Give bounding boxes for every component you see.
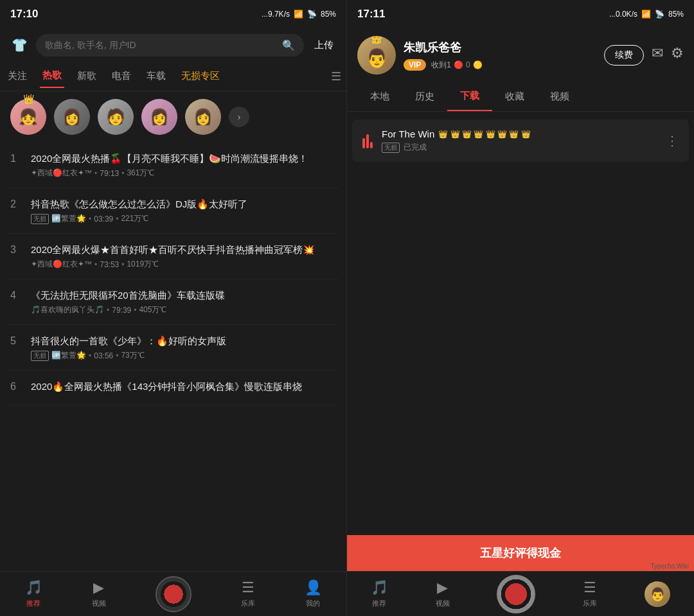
tab-download[interactable]: 下载	[447, 82, 492, 111]
song-artist-3: ✦西域🔴红衣✦™	[31, 259, 92, 270]
avatar-circle-1: 👧	[10, 99, 46, 135]
recommend-icon-right: 🎵	[371, 579, 388, 596]
avatar-item-1[interactable]: 👑 👧	[10, 99, 46, 135]
avatar-row: 👑 👧 👩 🧑 👩 👩 ›	[0, 91, 346, 143]
user-header: 👑 👨 朱凯乐爸爸 VIP 收到1 🔴 0 🟡 续费 ✉ ⚙	[347, 28, 694, 82]
tab-video[interactable]: 视频	[537, 83, 582, 110]
library-icon-right: ☰	[583, 579, 596, 596]
avatar-next-arrow[interactable]: ›	[229, 107, 249, 127]
nav-user-right[interactable]: 👨	[645, 581, 670, 607]
song-item-6[interactable]: 6 2020🔥全网最火热播《143分钟抖音小阿枫合集》慢歌连版串烧	[8, 371, 339, 405]
song-item-3[interactable]: 3 2020全网最火爆★首首好听★百听不厌快手抖音热播神曲冠军榜💥 ✦西域🔴红衣…	[8, 234, 339, 279]
song-item-2[interactable]: 2 抖音热歌《怎么做怎么过怎么活》DJ版🔥太好听了 无损 🆙繁萱🌟 • 03:3…	[8, 188, 339, 234]
song-artist-4: 🎵喜欢嗨的疯丫头🎵	[31, 304, 104, 315]
avatar-item-4[interactable]: 👩	[141, 99, 177, 135]
time-right: 17:11	[357, 8, 385, 21]
signal-icon: 📶	[294, 10, 303, 19]
song-meta-4: 🎵喜欢嗨的疯丫头🎵 • 79:39 • 405万℃	[31, 304, 336, 315]
renew-button[interactable]: 续费	[604, 45, 644, 66]
song-meta-5: 无损 🆙繁萱🌟 • 03:56 • 73万℃	[31, 350, 336, 361]
song-plays-2: 221万℃	[121, 213, 148, 224]
song-title-1: 2020全网最火热播🍒【月亮不睡我不睡】🍉时尚潮流慢摇串烧！	[31, 152, 336, 165]
settings-icon[interactable]: ⚙	[671, 45, 684, 66]
wifi-icon-right: 📡	[655, 10, 664, 19]
tab-lossless[interactable]: 无损专区	[179, 65, 222, 87]
tab-new[interactable]: 新歌	[75, 65, 99, 87]
tab-local[interactable]: 本地	[357, 83, 402, 110]
download-song-name: For The Win	[382, 128, 434, 139]
header-icons-right: 续费 ✉ ⚙	[604, 45, 684, 66]
song-duration-5: 03:56	[94, 351, 113, 360]
user-avatar[interactable]: 👑 👨	[357, 36, 396, 75]
download-item-1[interactable]: For The Win 👑 👑 👑 👑 👑 👑 👑 👑 无损 已完成 ⋮	[352, 119, 689, 162]
tab-history[interactable]: 历史	[402, 83, 447, 110]
song-item-4[interactable]: 4 《无法抗拒无限循环20首洗脑曲》车载连版碟 🎵喜欢嗨的疯丫头🎵 • 79:3…	[8, 279, 339, 325]
download-list: For The Win 👑 👑 👑 👑 👑 👑 👑 👑 无损 已完成 ⋮	[347, 112, 694, 535]
nav-recommend-left[interactable]: 🎵 推荐	[25, 579, 42, 608]
nav-video-right[interactable]: ▶ 视频	[436, 579, 450, 608]
upload-button[interactable]: 上传	[309, 37, 339, 54]
song-item-5[interactable]: 5 抖音很火的一首歌《少年》：🔥好听的女声版 无损 🆙繁萱🌟 • 03:56 •…	[8, 325, 339, 371]
search-icon[interactable]: 🔍	[282, 39, 295, 51]
red-coin-icon: 🔴	[454, 60, 463, 69]
tab-favorite[interactable]: 收藏	[492, 83, 537, 110]
tab-follow[interactable]: 关注	[5, 65, 30, 87]
song-info-4: 《无法抗拒无限循环20首洗脑曲》车载连版碟 🎵喜欢嗨的疯丫头🎵 • 79:39 …	[31, 288, 336, 315]
avatar-circle-4: 👩	[141, 99, 177, 135]
nav-more-icon[interactable]: ☰	[331, 69, 341, 84]
nav-library-left[interactable]: ☰ 乐库	[241, 579, 255, 608]
network-speed-left: ...9.7K/s	[262, 10, 290, 19]
user-crown-icon: 👑	[370, 36, 383, 44]
center-player-button-right[interactable]	[497, 575, 535, 613]
avatar-item-2[interactable]: 👩	[54, 99, 90, 135]
promo-text: 五星好评得现金	[480, 545, 561, 561]
song-artist-2: 🆙繁萱🌟	[51, 213, 86, 224]
time-left: 17:10	[10, 8, 38, 21]
bottom-nav-right: 🎵 推荐 ▶ 视频 ☰ 乐库 👨	[347, 571, 694, 616]
song-rank-3: 3	[10, 243, 23, 256]
mine-icon-left: 👤	[305, 579, 322, 596]
coins-area: 收到1 🔴 0 🟡	[431, 60, 482, 71]
center-player-button-left[interactable]	[156, 576, 191, 612]
wifi-icon: 📡	[307, 10, 317, 19]
recommend-label-left: 推荐	[26, 599, 40, 608]
nav-recommend-right[interactable]: 🎵 推荐	[371, 579, 388, 608]
equalizer-icon	[362, 133, 373, 148]
lossless-badge-5: 无损	[31, 351, 49, 361]
secondary-tabs: 本地 历史 下载 收藏 视频	[347, 82, 694, 112]
watermark: Typecho.Wiki	[651, 563, 689, 570]
promo-banner[interactable]: 五星好评得现金	[347, 535, 694, 571]
library-label-right: 乐库	[583, 599, 597, 608]
song-duration-2: 03:39	[94, 215, 113, 224]
avatar-item-5[interactable]: 👩	[185, 99, 221, 135]
song-title-5: 抖音很火的一首歌《少年》：🔥好听的女声版	[31, 334, 336, 348]
nav-library-right[interactable]: ☰ 乐库	[583, 579, 597, 608]
completed-text-1: 已完成	[404, 142, 427, 153]
song-plays-3: 1019万℃	[127, 259, 159, 270]
tab-electric[interactable]: 电音	[109, 65, 134, 87]
avatar-circle-2: 👩	[54, 99, 90, 135]
network-speed-right: ...0.0K/s	[609, 10, 637, 19]
nav-mine-left[interactable]: 👤 我的	[305, 579, 322, 608]
shirt-icon[interactable]: 👕	[8, 33, 31, 57]
more-options-icon[interactable]: ⋮	[666, 133, 679, 148]
avatar-item-3[interactable]: 🧑	[98, 99, 134, 135]
mail-icon[interactable]: ✉	[652, 45, 663, 66]
song-artist-5: 🆙繁萱🌟	[51, 350, 86, 361]
status-bar-left: 17:10 ...9.7K/s 📶 📡 85%	[0, 0, 346, 28]
song-meta-1: ✦西域🔴红衣✦™ • 79:13 • 361万℃	[31, 168, 336, 179]
right-panel: 17:11 ...0.0K/s 📶 📡 85% 👑 👨 朱凯乐爸爸 VIP 收到…	[347, 0, 694, 616]
library-icon-left: ☰	[242, 579, 254, 596]
nav-video-left[interactable]: ▶ 视频	[92, 579, 106, 608]
download-sub-1: 无损 已完成	[382, 142, 657, 153]
user-name: 朱凯乐爸爸	[404, 40, 596, 55]
tab-hot[interactable]: 热歌	[40, 64, 64, 88]
tab-car[interactable]: 车载	[144, 65, 168, 87]
video-label-left: 视频	[92, 599, 106, 608]
song-title-3: 2020全网最火爆★首首好听★百听不厌快手抖音热播神曲冠军榜💥	[31, 243, 336, 256]
search-input-wrap[interactable]: 🔍	[36, 34, 304, 57]
song-item-1[interactable]: 1 2020全网最火热播🍒【月亮不睡我不睡】🍉时尚潮流慢摇串烧！ ✦西域🔴红衣✦…	[8, 143, 339, 188]
download-title-1: For The Win 👑 👑 👑 👑 👑 👑 👑 👑	[382, 128, 657, 139]
search-input[interactable]	[45, 40, 277, 50]
song-rank-4: 4	[10, 288, 23, 301]
